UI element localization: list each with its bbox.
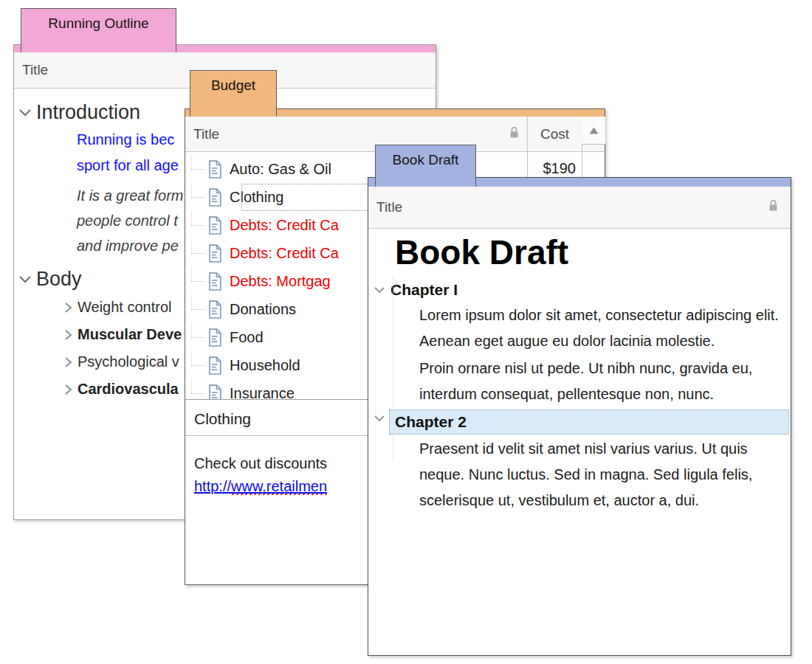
outline-child-label: Muscular Deve — [78, 326, 182, 343]
tree-connector — [185, 351, 207, 379]
outline-item-label: Introduction — [36, 101, 140, 124]
tree-connector — [185, 155, 207, 183]
chapter-2-row[interactable]: Chapter 2 — [368, 409, 791, 435]
desktop-stage: Running Outline Title Introduction Runni… — [0, 0, 812, 664]
budget-title-column-label: Title — [193, 126, 219, 142]
tab-running-outline[interactable]: Running Outline — [21, 8, 176, 52]
tree-connector — [185, 379, 207, 399]
document-icon — [207, 160, 224, 179]
chevron-down-icon[interactable] — [14, 108, 36, 117]
running-outline-title-column-label: Title — [22, 62, 48, 78]
link-host-text: www.retailmen — [231, 478, 327, 497]
chevron-down-icon[interactable] — [368, 286, 390, 294]
tree-connector — [185, 267, 207, 295]
tab-book-draft-label: Book Draft — [393, 152, 459, 168]
document-title[interactable]: Book Draft — [395, 233, 791, 272]
tree-connector — [185, 183, 207, 211]
scroll-up-arrow-icon — [589, 127, 599, 134]
budget-row-title: Debts: Mortgag — [230, 273, 331, 290]
document-icon — [207, 356, 224, 375]
lock-icon[interactable] — [509, 125, 520, 142]
budget-row-title: Debts: Credit Ca — [230, 245, 339, 262]
document-icon — [207, 188, 224, 207]
chevron-down-icon[interactable] — [368, 415, 390, 422]
chevron-right-icon[interactable] — [58, 301, 78, 314]
tab-running-outline-label: Running Outline — [48, 15, 148, 32]
chapter-1-paragraph-1[interactable]: Lorem ipsum dolor sit amet, consectetur … — [419, 302, 783, 354]
document-icon — [207, 244, 224, 263]
notes-panel-link[interactable]: http://www.retailmen — [194, 478, 327, 497]
chapter-heading: Chapter 2 — [395, 413, 467, 431]
chevron-right-icon[interactable] — [58, 328, 78, 342]
tree-connector — [185, 239, 207, 267]
budget-row-title: Debts: Credit Ca — [230, 217, 339, 234]
scrollbar-up-button[interactable] — [582, 117, 605, 145]
chevron-down-icon[interactable] — [14, 275, 36, 283]
outline-child-label: Cardiovascula — [78, 381, 179, 398]
outline-child-label: Weight control — [78, 299, 171, 316]
budget-row-title: Household — [230, 357, 300, 374]
document-icon — [207, 300, 224, 319]
budget-row-title: Clothing — [230, 189, 283, 206]
document-icon — [207, 272, 224, 291]
book-draft-title-column-label: Title — [376, 199, 402, 215]
chapter-2-paragraph-1[interactable]: Praesent id velit sit amet nisl varius v… — [419, 436, 783, 513]
chevron-right-icon[interactable] — [58, 356, 78, 369]
book-draft-content: Book Draft Chapter I Lorem ipsum dolor s… — [368, 229, 791, 655]
tree-connector — [185, 323, 207, 351]
document-icon — [207, 216, 224, 235]
book-draft-column-header: Title — [368, 187, 791, 229]
budget-row-title: Food — [230, 329, 264, 346]
budget-row-title: Insurance — [230, 385, 295, 400]
tree-connector — [185, 295, 207, 323]
outline-child-label: Psychological v — [78, 353, 179, 370]
chapter-1-paragraph-2[interactable]: Proin ornare nisl ut pede. Ut nibh nunc,… — [419, 356, 783, 407]
tab-budget-label: Budget — [211, 77, 255, 94]
chapter-1-row[interactable]: Chapter I — [368, 279, 791, 301]
budget-row-title: Auto: Gas & Oil — [230, 161, 331, 178]
document-icon — [207, 384, 224, 400]
budget-cost-column-label: Cost — [528, 117, 582, 152]
selected-row-highlight: Chapter 2 — [389, 409, 789, 435]
tree-connector — [185, 211, 207, 239]
outline-item-label: Body — [36, 268, 82, 291]
link-protocol-text: http:// — [194, 478, 231, 494]
document-icon — [207, 328, 224, 347]
chevron-right-icon[interactable] — [58, 383, 78, 396]
tab-book-draft[interactable]: Book Draft — [375, 145, 476, 187]
chapter-heading: Chapter I — [390, 281, 458, 299]
budget-row-title: Donations — [230, 301, 296, 318]
window-book-draft: Book Draft Title Book Draft Chapter I Lo… — [368, 177, 791, 656]
tab-budget[interactable]: Budget — [190, 70, 277, 117]
lock-icon[interactable] — [768, 199, 779, 216]
